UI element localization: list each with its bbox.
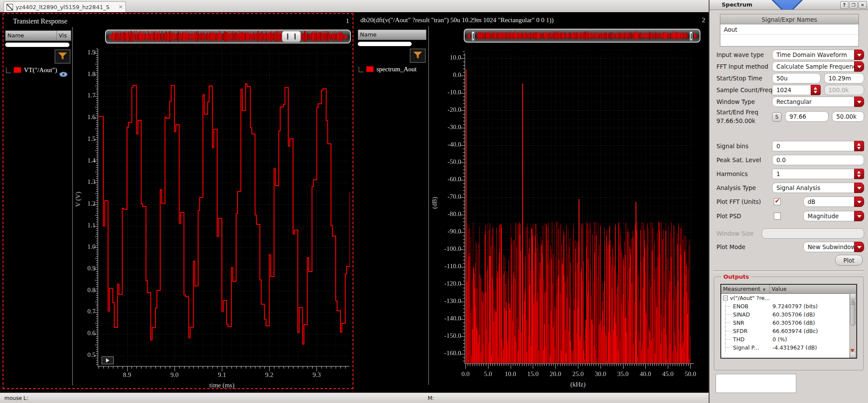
measurement-value: 60.305706 (dB) xyxy=(770,320,856,326)
outputs-scrollbar[interactable] xyxy=(849,293,856,358)
plot-fft-label: Plot FFT (Units) xyxy=(716,198,761,205)
graph-tab[interactable]: yz4402_lt2890_yl5159_hz2841_SAR_... ✕ xyxy=(3,1,126,12)
spectrum-plot-canvas[interactable] xyxy=(430,43,708,374)
spectrum-expression-title: db20(dft(v("/Aout" ?result "tran") 50u 1… xyxy=(360,17,554,24)
dropdown-arrow-cap[interactable] xyxy=(854,97,864,107)
s-toggle-button[interactable]: S xyxy=(772,112,782,122)
xtick-label: 50.0 xyxy=(679,370,702,378)
signal-color-swatch-2[interactable] xyxy=(366,66,374,72)
dropdown-arrow-cap[interactable] xyxy=(854,242,864,252)
output-row[interactable]: SNR60.305706 (dB) xyxy=(721,319,856,327)
output-row[interactable]: ENOB9.7240797 (bits) xyxy=(721,302,856,310)
psd-units-dropdown[interactable]: Magnitude xyxy=(803,211,864,221)
vis-column-header[interactable]: Vis xyxy=(57,31,71,40)
sample-count-spinner[interactable]: 1024 xyxy=(772,85,821,95)
measurement-column-header[interactable]: Measurement▼ xyxy=(721,285,770,293)
value-column-header[interactable]: Value xyxy=(770,285,856,293)
tree-connector xyxy=(725,327,732,335)
signal-expr-row[interactable]: Aout xyxy=(720,24,858,35)
signal-list-scrollbar[interactable] xyxy=(5,43,69,47)
scroll-right-icon-2[interactable] xyxy=(694,33,698,39)
spinner-buttons[interactable] xyxy=(854,141,864,151)
ytick-label: -110.0 xyxy=(441,263,461,270)
dialog-title-bar[interactable]: Spectrum ? ❐ ✕ xyxy=(710,0,868,10)
start-end-freq-sublabel: 97.66:50.00k xyxy=(716,117,756,124)
ytick-label: 1.5 xyxy=(76,135,96,143)
tree-connector xyxy=(725,319,732,327)
output-row[interactable]: SFDR66.603974 (dBc) xyxy=(721,327,856,335)
spectrum-overview-scrollbar[interactable] xyxy=(464,29,700,43)
transient-plot-canvas[interactable] xyxy=(73,44,353,375)
fft-units-dropdown[interactable]: dB xyxy=(803,197,864,207)
dropdown-arrow-cap[interactable] xyxy=(854,211,864,221)
start-time-input[interactable]: 50u xyxy=(772,73,821,83)
dropdown-arrow-cap[interactable] xyxy=(854,61,864,72)
bottom-empty-field[interactable] xyxy=(716,374,796,393)
scrollbar-down-icon[interactable] xyxy=(850,352,856,358)
scrollbar-slider-handle[interactable] xyxy=(282,31,301,42)
dropdown-arrow-cap[interactable] xyxy=(854,197,864,207)
scroll-left-icon[interactable] xyxy=(108,34,112,40)
analysis-type-dropdown[interactable]: Signal Analysis xyxy=(772,183,864,193)
output-row[interactable]: THD0 (%) xyxy=(721,335,856,343)
xtick-label: 45.0 xyxy=(656,370,680,378)
strip-mode-play-button[interactable] xyxy=(102,356,114,364)
plot-button[interactable]: Plot xyxy=(835,255,863,266)
scrollbar-up-icon[interactable] xyxy=(850,293,856,300)
tree-collapse-icon[interactable]: − xyxy=(723,296,728,300)
output-row[interactable]: Signal P...-4.4319627 (dB) xyxy=(721,343,856,352)
signal-list-header-2[interactable]: Name xyxy=(358,30,426,40)
spectrum-x-axis-label: (kHz) xyxy=(552,381,604,388)
scrollbar-thumb[interactable] xyxy=(850,300,855,326)
tab-title: yz4402_lt2890_yl5159_hz2841_SAR_... xyxy=(16,4,110,10)
dropdown-arrow-cap[interactable] xyxy=(854,50,864,60)
ytick-label: 0.7 xyxy=(76,308,96,315)
filter-button[interactable] xyxy=(55,50,70,63)
scroll-right-icon[interactable] xyxy=(344,34,348,40)
list-chart-splitter-2[interactable] xyxy=(428,26,429,385)
signal-row-spectrum-aout[interactable]: spectrum_Aout xyxy=(356,64,426,74)
spinner-buttons[interactable] xyxy=(811,85,821,95)
sort-icon[interactable]: ▼ xyxy=(763,288,766,292)
range-start-grip[interactable] xyxy=(472,31,475,41)
subwindow-spectrum[interactable]: db20(dft(v("/Aout" ?result "tran") 50u 1… xyxy=(356,13,708,389)
signal-color-swatch[interactable] xyxy=(13,67,21,73)
signal-bins-spinner[interactable]: 0 xyxy=(772,141,864,151)
plot-fft-checkbox[interactable]: ✔ xyxy=(774,198,781,205)
caret-down-icon xyxy=(857,215,861,218)
plot-mode-dropdown[interactable]: New Subwindow xyxy=(803,242,864,252)
harmonics-spinner[interactable]: 1 xyxy=(772,169,864,179)
outputs-root-row[interactable]: −v("/Aout" ?re... xyxy=(721,294,856,302)
fft-input-method-dropdown[interactable]: Calculate Sample Frequency xyxy=(772,61,864,72)
signal-expr-body[interactable]: Aout xyxy=(720,24,859,47)
close-button[interactable]: ✕ xyxy=(858,1,867,9)
dropdown-arrow-cap[interactable] xyxy=(854,183,864,193)
xtick-label: 0.0 xyxy=(454,370,477,378)
help-button[interactable]: ? xyxy=(840,1,848,9)
tab-close-icon[interactable]: ✕ xyxy=(119,4,123,10)
restore-button[interactable]: ❐ xyxy=(849,1,858,9)
ytick-label: -150.0 xyxy=(441,332,461,340)
window-type-dropdown[interactable]: Rectangular xyxy=(772,97,864,107)
start-freq-input[interactable]: 97.66 xyxy=(785,111,828,122)
peak-sat-level-input[interactable]: 0.0 xyxy=(772,155,864,165)
stop-time-input[interactable]: 10.29m xyxy=(824,73,864,83)
input-wave-type-dropdown[interactable]: Time Domain Waveform xyxy=(772,50,864,60)
xtick-label: 30.0 xyxy=(589,370,612,378)
plot-mode-label: Plot Mode xyxy=(716,243,746,250)
range-end-grip[interactable] xyxy=(690,31,693,41)
name-column-header-2[interactable]: Name xyxy=(358,30,426,40)
spinner-buttons[interactable] xyxy=(854,169,864,179)
filter-button-2[interactable] xyxy=(410,49,426,63)
plot-psd-checkbox[interactable]: ✔ xyxy=(774,213,781,220)
signal-list-scrollbar-2[interactable] xyxy=(358,42,412,46)
spin-down-icon xyxy=(857,175,861,177)
output-row[interactable]: SINAD60.305706 (dB) xyxy=(721,310,856,319)
transient-overview-scrollbar[interactable] xyxy=(105,30,351,43)
visibility-eye-icon[interactable] xyxy=(59,71,68,77)
end-freq-input[interactable]: 50.00k xyxy=(832,111,864,122)
scroll-left-icon-2[interactable] xyxy=(466,33,470,39)
subwindow-transient[interactable]: Transient Response 1 Name Vis VT("/Aout"… xyxy=(3,13,353,389)
signal-list-header[interactable]: Name Vis xyxy=(5,30,71,41)
name-column-header[interactable]: Name xyxy=(6,31,57,40)
